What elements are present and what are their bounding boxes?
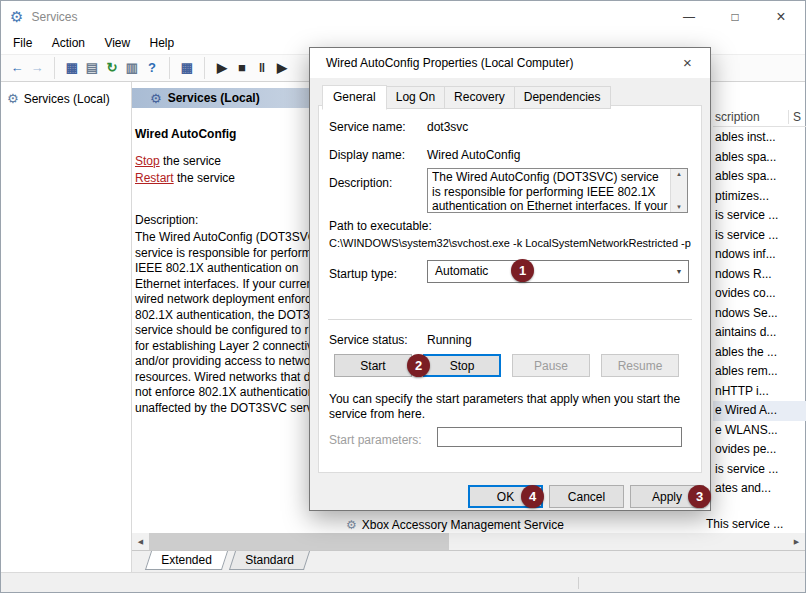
tab-log-on[interactable]: Log On [386, 86, 445, 109]
help-icon[interactable]: ? [142, 57, 162, 79]
menu-view[interactable]: View [96, 33, 138, 54]
services-list-strip: scription S ables inst...ables spa...abl… [713, 108, 806, 499]
service-status-value: Running [427, 333, 472, 347]
service-row[interactable]: ables inst... [713, 128, 806, 148]
scroll-left-icon[interactable]: ◀ [132, 533, 149, 550]
service-row[interactable]: ndows R... [713, 265, 806, 285]
start-parameters-input[interactable] [437, 427, 682, 447]
description-label: Description: [135, 213, 307, 227]
description-textbox[interactable]: The Wired AutoConfig (DOT3SVC) service i… [427, 168, 688, 213]
restart-service-icon[interactable]: ▶ [272, 57, 292, 79]
properties-dialog: Wired AutoConfig Properties (Local Compu… [309, 47, 711, 511]
dialog-close-icon[interactable]: × [665, 48, 710, 78]
service-row[interactable]: nHTTP i... [713, 382, 806, 402]
stop-button[interactable]: Stop [423, 354, 501, 377]
export-list-icon[interactable]: ▥ [122, 57, 142, 79]
console-tree-panel: ⚙ Services (Local) [1, 82, 131, 572]
description-text: The Wired AutoConfig (DOT3SVC) service i… [432, 170, 669, 211]
service-row[interactable]: ovides co... [713, 284, 806, 304]
gear-icon: ⚙ [346, 518, 357, 532]
service-row[interactable]: ovides pe... [713, 440, 806, 460]
service-row[interactable]: ables rem... [713, 362, 806, 382]
description-line: 802.1X authentication, the DOT3SVC [135, 308, 307, 324]
service-row[interactable]: e Wired A... [713, 401, 806, 421]
refresh-icon[interactable]: ↻ [102, 57, 122, 79]
start-service-icon[interactable]: ▶ [204, 57, 232, 79]
pause-service-icon[interactable]: ‖ [252, 57, 272, 79]
service-row[interactable]: ptimizes... [713, 187, 806, 207]
cancel-button[interactable]: Cancel [549, 485, 624, 508]
list-column-headers[interactable]: scription S [713, 108, 806, 127]
titlebar: ⚙ Services — □ × [1, 1, 805, 33]
tree-item-label: Services (Local) [24, 92, 110, 106]
startup-type-dropdown[interactable]: Automatic ▼ [427, 260, 689, 283]
service-row[interactable]: ables spa... [713, 167, 806, 187]
extended-view-icon[interactable]: ▦ [169, 57, 197, 79]
restart-service-line: Restart the service [135, 171, 307, 185]
close-button[interactable]: × [758, 1, 804, 33]
service-row[interactable]: ates and... [713, 479, 806, 499]
menu-help[interactable]: Help [142, 33, 183, 54]
status-column-header[interactable]: S [793, 108, 801, 127]
scroll-down-icon[interactable]: ▼ [671, 204, 687, 210]
status-bar [1, 572, 805, 592]
window-controls: — □ × [666, 1, 804, 33]
restart-link-suffix: the service [174, 171, 235, 185]
section-divider [328, 319, 692, 320]
minimize-button[interactable]: — [666, 1, 712, 33]
show-console-tree-icon[interactable]: ▦ [54, 57, 82, 79]
export-document-icon[interactable]: ▤ [82, 57, 102, 79]
service-row[interactable]: is service ... [713, 460, 806, 480]
restart-service-link[interactable]: Restart [135, 171, 174, 185]
service-name-cell: Xbox Accessory Management Service [362, 518, 564, 532]
service-row-xbox[interactable]: ⚙ Xbox Accessory Management Service This… [341, 515, 805, 534]
scroll-right-icon[interactable]: ▶ [788, 533, 805, 550]
tab-dependencies[interactable]: Dependencies [514, 86, 611, 109]
services-rows: ables inst...ables spa...ables spa...pti… [713, 128, 806, 499]
start-parameters-label: Start parameters: [329, 433, 422, 447]
tab-recovery[interactable]: Recovery [444, 86, 515, 109]
pause-button: Pause [512, 354, 590, 377]
service-row[interactable]: aintains d... [713, 323, 806, 343]
tab-extended[interactable]: Extended [145, 551, 228, 570]
tree-item-services-local[interactable]: ⚙ Services (Local) [7, 91, 131, 106]
dialog-titlebar: Wired AutoConfig Properties (Local Compu… [310, 48, 710, 78]
service-status-label: Service status: [329, 333, 408, 347]
description-line: IEEE 802.1X authentication on [135, 261, 307, 277]
column-divider[interactable] [788, 110, 789, 124]
service-row[interactable]: ndows inf... [713, 245, 806, 265]
forward-icon[interactable]: → [27, 57, 47, 79]
description-line: service should be configured to run [135, 323, 307, 339]
description-column-header[interactable]: scription [715, 110, 760, 124]
description-scrollbar[interactable]: ▲ ▼ [670, 169, 687, 212]
stop-service-link[interactable]: Stop [135, 154, 160, 168]
scroll-up-icon[interactable]: ▲ [671, 171, 687, 177]
service-row[interactable]: e WLANS... [713, 421, 806, 441]
service-row[interactable]: ndows Se... [713, 304, 806, 324]
horizontal-scrollbar[interactable]: ◀ ▶ [132, 533, 805, 550]
description-line: not enforce 802.1X authentication are [135, 385, 307, 401]
scrollbar-thumb[interactable] [149, 533, 449, 550]
tab-general[interactable]: General [322, 85, 387, 110]
service-row[interactable]: is service ... [713, 226, 806, 246]
services-window: ⚙ Services — □ × File Action View Help ←… [0, 0, 806, 593]
service-description-cell: This service ... [706, 515, 783, 534]
gear-icon: ⚙ [150, 91, 162, 106]
service-row[interactable]: is service ... [713, 206, 806, 226]
menu-file[interactable]: File [5, 33, 40, 54]
service-row[interactable]: ables spa... [713, 148, 806, 168]
stop-service-icon[interactable]: ■ [232, 57, 252, 79]
description-line: resources. Wired networks that do [135, 370, 307, 386]
maximize-button[interactable]: □ [712, 1, 758, 33]
start-button[interactable]: Start [334, 354, 412, 377]
description-line: The Wired AutoConfig (DOT3SVC) [135, 230, 307, 246]
statusbar-divider [578, 577, 579, 589]
service-name-value: dot3svc [427, 120, 468, 134]
service-row[interactable]: ables the ... [713, 343, 806, 363]
extended-view-pane: Wired AutoConfig Stop the service Restar… [133, 113, 309, 515]
menu-action[interactable]: Action [44, 33, 93, 54]
chevron-down-icon[interactable]: ▼ [670, 261, 688, 282]
back-icon[interactable]: ← [7, 57, 27, 79]
path-label: Path to executable: [329, 219, 432, 233]
tab-standard[interactable]: Standard [229, 551, 310, 570]
